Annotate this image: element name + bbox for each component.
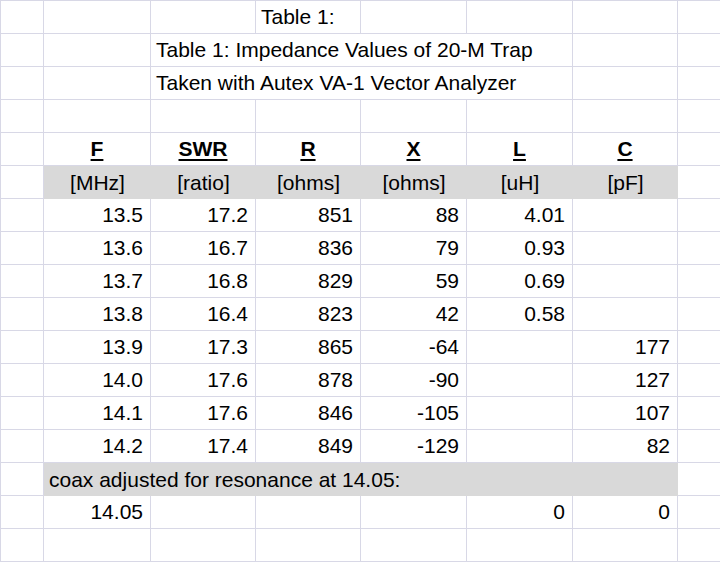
data-cell[interactable]: 823 <box>256 298 361 331</box>
data-cell[interactable]: 829 <box>256 265 361 298</box>
cell[interactable] <box>678 34 720 67</box>
data-cell[interactable]: 13.7 <box>44 265 151 298</box>
data-cell[interactable]: 14.0 <box>44 364 151 397</box>
cell[interactable] <box>678 1 720 34</box>
data-cell[interactable] <box>151 496 256 529</box>
data-cell[interactable]: -90 <box>361 364 467 397</box>
cell[interactable] <box>256 100 361 133</box>
cell[interactable] <box>1 232 44 265</box>
cell[interactable] <box>678 232 720 265</box>
column-header-l[interactable]: L <box>467 133 573 166</box>
cell[interactable] <box>678 463 720 496</box>
cell[interactable] <box>1 265 44 298</box>
data-cell[interactable]: 16.7 <box>151 232 256 265</box>
unit-label-ohms[interactable]: [ohms] <box>256 166 361 199</box>
data-cell[interactable]: 0 <box>467 496 573 529</box>
data-cell[interactable]: 17.4 <box>151 430 256 463</box>
cell[interactable] <box>361 100 467 133</box>
cell[interactable] <box>1 430 44 463</box>
cell[interactable] <box>573 100 678 133</box>
data-cell[interactable]: 0.58 <box>467 298 573 331</box>
data-cell[interactable]: 42 <box>361 298 467 331</box>
cell[interactable] <box>44 34 151 67</box>
table-subtitle-2[interactable]: Taken with Autex VA-1 Vector Analyzer <box>151 67 573 100</box>
cell[interactable] <box>1 298 44 331</box>
column-header-r[interactable]: R <box>256 133 361 166</box>
data-cell[interactable]: 79 <box>361 232 467 265</box>
cell[interactable] <box>1 529 44 562</box>
cell[interactable] <box>678 67 720 100</box>
data-cell[interactable]: -64 <box>361 331 467 364</box>
column-header-f[interactable]: F <box>44 133 151 166</box>
cell[interactable] <box>361 1 467 34</box>
data-cell[interactable] <box>573 298 678 331</box>
cell[interactable] <box>678 166 720 199</box>
data-cell[interactable]: 13.5 <box>44 199 151 232</box>
data-cell[interactable]: -105 <box>361 397 467 430</box>
data-cell[interactable]: 851 <box>256 199 361 232</box>
data-cell[interactable]: 0.93 <box>467 232 573 265</box>
cell[interactable] <box>467 1 573 34</box>
cell[interactable] <box>678 364 720 397</box>
cell[interactable] <box>678 529 720 562</box>
cell[interactable] <box>678 265 720 298</box>
data-cell[interactable]: 14.1 <box>44 397 151 430</box>
data-cell[interactable]: 16.4 <box>151 298 256 331</box>
cell[interactable] <box>1 331 44 364</box>
table-title-cell[interactable]: Table 1: <box>256 1 361 34</box>
cell[interactable] <box>361 529 467 562</box>
data-cell[interactable]: 0.69 <box>467 265 573 298</box>
data-cell[interactable]: 836 <box>256 232 361 265</box>
cell[interactable] <box>678 298 720 331</box>
data-cell[interactable]: 17.6 <box>151 397 256 430</box>
cell[interactable] <box>1 67 44 100</box>
data-cell[interactable]: 13.9 <box>44 331 151 364</box>
data-cell[interactable]: 17.3 <box>151 331 256 364</box>
data-cell[interactable]: 17.6 <box>151 364 256 397</box>
unit-label-pf[interactable]: [pF] <box>573 166 678 199</box>
cell[interactable] <box>151 1 256 34</box>
data-cell[interactable]: 59 <box>361 265 467 298</box>
data-cell[interactable]: 14.2 <box>44 430 151 463</box>
data-cell[interactable] <box>573 199 678 232</box>
data-cell[interactable]: 846 <box>256 397 361 430</box>
data-cell[interactable] <box>467 364 573 397</box>
data-cell[interactable]: 4.01 <box>467 199 573 232</box>
cell[interactable] <box>678 331 720 364</box>
cell[interactable] <box>678 100 720 133</box>
cell[interactable] <box>678 199 720 232</box>
cell[interactable] <box>44 67 151 100</box>
data-cell[interactable]: 865 <box>256 331 361 364</box>
cell[interactable] <box>573 34 678 67</box>
cell[interactable] <box>678 496 720 529</box>
data-cell[interactable]: 17.2 <box>151 199 256 232</box>
cell[interactable] <box>1 463 44 496</box>
unit-label-mhz[interactable]: [MHz] <box>44 166 151 199</box>
data-cell[interactable] <box>467 430 573 463</box>
cell[interactable] <box>573 1 678 34</box>
cell[interactable] <box>678 133 720 166</box>
column-header-x[interactable]: X <box>361 133 467 166</box>
data-cell[interactable]: 849 <box>256 430 361 463</box>
column-header-c[interactable]: C <box>573 133 678 166</box>
cell[interactable] <box>1 199 44 232</box>
cell[interactable] <box>1 1 44 34</box>
cell[interactable] <box>1 34 44 67</box>
data-cell[interactable] <box>256 496 361 529</box>
cell[interactable] <box>151 529 256 562</box>
cell[interactable] <box>678 397 720 430</box>
data-cell[interactable]: 878 <box>256 364 361 397</box>
cell[interactable] <box>573 529 678 562</box>
unit-label-uh[interactable]: [uH] <box>467 166 573 199</box>
data-cell[interactable]: 16.8 <box>151 265 256 298</box>
data-cell[interactable]: 14.05 <box>44 496 151 529</box>
cell[interactable] <box>44 100 151 133</box>
data-cell[interactable]: 82 <box>573 430 678 463</box>
data-cell[interactable] <box>361 496 467 529</box>
cell[interactable] <box>1 364 44 397</box>
cell[interactable] <box>678 430 720 463</box>
column-header-swr[interactable]: SWR <box>151 133 256 166</box>
cell[interactable] <box>256 529 361 562</box>
cell[interactable] <box>467 529 573 562</box>
data-cell[interactable] <box>573 232 678 265</box>
